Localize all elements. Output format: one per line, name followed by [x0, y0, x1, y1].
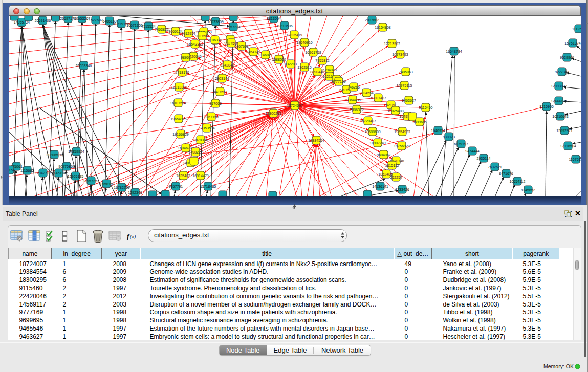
- svg-text:7625402: 7625402: [176, 174, 190, 178]
- svg-text:9463627: 9463627: [402, 99, 416, 103]
- svg-text:15692971: 15692971: [556, 129, 573, 133]
- svg-text:9699695: 9699695: [412, 120, 427, 124]
- svg-text:7955812: 7955812: [315, 59, 330, 63]
- svg-text:20053346: 20053346: [76, 64, 92, 68]
- svg-text:19166829: 19166829: [172, 133, 189, 137]
- svg-text:9529966: 9529966: [560, 56, 574, 60]
- svg-text:1112544: 1112544: [572, 27, 581, 31]
- svg-text:10973493: 10973493: [392, 53, 408, 57]
- svg-text:12942737: 12942737: [35, 171, 51, 176]
- svg-text:9242848: 9242848: [220, 63, 234, 68]
- svg-text:8215955: 8215955: [539, 105, 554, 109]
- svg-text:832203: 832203: [285, 62, 297, 67]
- svg-text:1527602: 1527602: [89, 18, 103, 23]
- svg-text:10807487: 10807487: [370, 96, 386, 100]
- svg-text:15718485: 15718485: [200, 185, 216, 189]
- svg-text:9115460: 9115460: [419, 106, 432, 110]
- svg-text:20206526: 20206526: [46, 153, 62, 157]
- svg-text:19218506: 19218506: [276, 24, 293, 28]
- svg-text:7515524: 7515524: [141, 25, 156, 29]
- svg-text:2867608: 2867608: [234, 45, 249, 49]
- svg-text:2803144: 2803144: [215, 77, 229, 81]
- svg-text:15751074: 15751074: [564, 41, 581, 46]
- svg-text:39154: 39154: [9, 168, 15, 172]
- svg-text:20364436: 20364436: [344, 98, 361, 102]
- svg-text:10025488: 10025488: [387, 109, 404, 113]
- svg-text:18640910: 18640910: [296, 41, 313, 45]
- svg-text:1615112: 1615112: [385, 164, 399, 168]
- svg-text:9245652: 9245652: [521, 188, 535, 192]
- svg-text:17359924: 17359924: [68, 150, 84, 154]
- svg-text:7485063: 7485063: [399, 70, 413, 74]
- svg-text:16914479: 16914479: [192, 174, 209, 178]
- svg-text:6794028: 6794028: [322, 68, 337, 72]
- svg-text:10688609: 10688609: [364, 130, 381, 134]
- svg-text:8878334: 8878334: [193, 138, 208, 142]
- svg-text:3824554: 3824554: [359, 91, 374, 95]
- svg-text:7357224: 7357224: [226, 25, 241, 29]
- svg-text:9827503: 9827503: [195, 34, 209, 38]
- svg-text:16107554: 16107554: [170, 101, 186, 105]
- svg-text:2718170: 2718170: [175, 71, 189, 75]
- svg-text:19654923: 19654923: [394, 130, 410, 134]
- svg-text:19654925: 19654925: [170, 117, 187, 121]
- svg-text:1733426: 1733426: [395, 188, 409, 192]
- svg-text:20691406: 20691406: [35, 19, 51, 23]
- svg-text:17016504: 17016504: [560, 144, 576, 148]
- svg-text:917006: 917006: [209, 102, 222, 106]
- svg-text:2935114: 2935114: [476, 157, 490, 161]
- svg-text:16543382: 16543382: [187, 42, 203, 47]
- svg-text:10653267: 10653267: [74, 17, 91, 21]
- svg-text:16782759: 16782759: [114, 186, 130, 190]
- svg-text:13325419: 13325419: [286, 33, 302, 37]
- svg-text:10958107: 10958107: [98, 182, 115, 186]
- svg-text:6879197: 6879197: [454, 142, 468, 146]
- svg-text:1167533: 1167533: [569, 158, 581, 162]
- svg-text:16961758: 16961758: [305, 51, 321, 55]
- svg-text:16648784: 16648784: [446, 50, 462, 54]
- svg-text:90975867: 90975867: [58, 165, 75, 169]
- svg-text:1292346: 1292346: [128, 191, 142, 195]
- svg-text:18724007: 18724007: [287, 104, 303, 108]
- svg-text:12093822: 12093822: [551, 84, 567, 89]
- svg-text:8267150: 8267150: [204, 115, 219, 119]
- svg-text:12975115: 12975115: [396, 84, 412, 88]
- svg-text:9657791: 9657791: [169, 185, 183, 189]
- svg-text:8471676: 8471676: [499, 172, 513, 176]
- svg-text:1145194: 1145194: [52, 171, 66, 176]
- svg-text:16210643: 16210643: [552, 115, 569, 119]
- svg-text:9474444: 9474444: [465, 149, 480, 154]
- svg-text:938923: 938923: [443, 135, 455, 139]
- svg-text:746266: 746266: [347, 85, 360, 90]
- svg-text:9146821: 9146821: [258, 53, 273, 57]
- svg-text:1498222: 1498222: [188, 150, 203, 155]
- svg-text:8660124: 8660124: [168, 30, 183, 34]
- svg-text:12353594: 12353594: [199, 126, 215, 130]
- svg-text:16033809: 16033809: [207, 20, 224, 24]
- svg-text:9227342: 9227342: [555, 70, 569, 74]
- svg-text:(x): (x): [130, 234, 136, 240]
- svg-text:12905135: 12905135: [68, 174, 84, 179]
- svg-text:98901: 98901: [181, 56, 191, 60]
- svg-text:12213389: 12213389: [171, 85, 187, 90]
- svg-text:14136141: 14136141: [372, 185, 388, 189]
- svg-text:19384554: 19384554: [308, 139, 324, 143]
- svg-text:15720407: 15720407: [360, 119, 376, 123]
- svg-text:9684067: 9684067: [377, 153, 391, 157]
- svg-text:8912954: 8912954: [181, 32, 195, 36]
- svg-text:19756928: 19756928: [394, 144, 410, 148]
- svg-text:10654112: 10654112: [509, 180, 525, 184]
- svg-text:8186328: 8186328: [208, 38, 222, 42]
- svg-text:16671355: 16671355: [126, 24, 143, 28]
- svg-text:1588520: 1588520: [272, 58, 286, 62]
- svg-text:12213967: 12213967: [384, 42, 400, 46]
- svg-text:12444194: 12444194: [551, 99, 567, 103]
- svg-text:7463822: 7463822: [155, 28, 169, 32]
- svg-text:18907249: 18907249: [369, 141, 386, 145]
- svg-text:1640954: 1640954: [431, 129, 445, 133]
- svg-text:1362615: 1362615: [297, 65, 312, 70]
- svg-text:17957253: 17957253: [83, 179, 99, 183]
- svg-text:2087682: 2087682: [365, 18, 379, 23]
- svg-text:252254: 252254: [390, 176, 402, 180]
- svg-text:16154808: 16154808: [375, 26, 391, 30]
